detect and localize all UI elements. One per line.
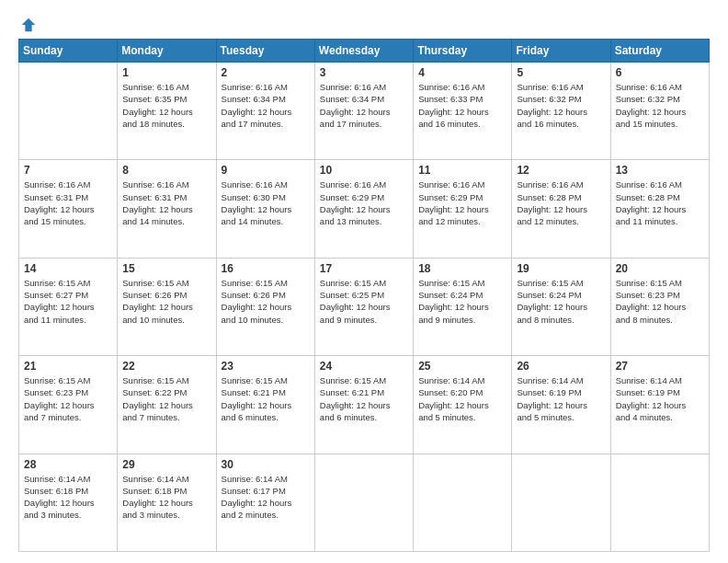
calendar-cell: 2Sunrise: 6:16 AM Sunset: 6:34 PM Daylig… [216,63,314,160]
day-info: Sunrise: 6:16 AM Sunset: 6:34 PM Dayligh… [222,81,310,130]
day-info: Sunrise: 6:14 AM Sunset: 6:19 PM Dayligh… [517,374,605,423]
calendar-cell: 27Sunrise: 6:14 AM Sunset: 6:19 PM Dayli… [610,356,709,454]
day-number: 8 [122,164,210,177]
calendar-cell [314,454,413,551]
day-number: 14 [24,262,112,275]
day-info: Sunrise: 6:16 AM Sunset: 6:31 PM Dayligh… [122,178,210,227]
calendar-cell [512,454,610,551]
calendar-cell: 8Sunrise: 6:16 AM Sunset: 6:31 PM Daylig… [118,160,216,258]
day-info: Sunrise: 6:16 AM Sunset: 6:35 PM Dayligh… [122,81,210,130]
day-info: Sunrise: 6:14 AM Sunset: 6:19 PM Dayligh… [616,374,704,423]
day-info: Sunrise: 6:15 AM Sunset: 6:21 PM Dayligh… [222,374,310,423]
day-info: Sunrise: 6:16 AM Sunset: 6:28 PM Dayligh… [616,178,704,227]
day-number: 24 [320,360,408,373]
calendar-header-friday: Friday [512,40,610,63]
day-info: Sunrise: 6:15 AM Sunset: 6:25 PM Dayligh… [320,277,408,326]
day-info: Sunrise: 6:16 AM Sunset: 6:32 PM Dayligh… [517,81,605,130]
day-number: 12 [517,164,605,177]
day-info: Sunrise: 6:16 AM Sunset: 6:31 PM Dayligh… [24,178,112,227]
calendar-cell: 4Sunrise: 6:16 AM Sunset: 6:33 PM Daylig… [414,63,512,160]
calendar-week-row: 7Sunrise: 6:16 AM Sunset: 6:31 PM Daylig… [19,160,710,258]
day-info: Sunrise: 6:16 AM Sunset: 6:29 PM Dayligh… [418,178,506,227]
day-number: 23 [222,360,310,373]
day-number: 26 [517,360,605,373]
day-number: 22 [122,360,210,373]
calendar-cell [19,63,118,160]
day-info: Sunrise: 6:15 AM Sunset: 6:23 PM Dayligh… [616,277,704,326]
day-number: 2 [222,66,310,79]
calendar-week-row: 21Sunrise: 6:15 AM Sunset: 6:23 PM Dayli… [19,356,710,454]
calendar-cell: 12Sunrise: 6:16 AM Sunset: 6:28 PM Dayli… [512,160,610,258]
calendar-header-wednesday: Wednesday [314,40,413,63]
calendar-cell: 6Sunrise: 6:16 AM Sunset: 6:32 PM Daylig… [610,63,709,160]
calendar-cell: 17Sunrise: 6:15 AM Sunset: 6:25 PM Dayli… [314,258,413,355]
day-info: Sunrise: 6:14 AM Sunset: 6:20 PM Dayligh… [418,374,506,423]
calendar-cell: 14Sunrise: 6:15 AM Sunset: 6:27 PM Dayli… [19,258,118,355]
calendar-cell: 13Sunrise: 6:16 AM Sunset: 6:28 PM Dayli… [610,160,709,258]
calendar-header-saturday: Saturday [610,40,709,63]
day-info: Sunrise: 6:15 AM Sunset: 6:24 PM Dayligh… [517,277,605,326]
day-number: 30 [222,458,310,471]
day-info: Sunrise: 6:15 AM Sunset: 6:21 PM Dayligh… [320,374,408,423]
calendar-cell: 29Sunrise: 6:14 AM Sunset: 6:18 PM Dayli… [118,454,216,551]
day-info: Sunrise: 6:14 AM Sunset: 6:17 PM Dayligh… [222,473,310,522]
day-info: Sunrise: 6:16 AM Sunset: 6:34 PM Dayligh… [320,81,408,130]
calendar-cell: 21Sunrise: 6:15 AM Sunset: 6:23 PM Dayli… [19,356,118,454]
day-info: Sunrise: 6:16 AM Sunset: 6:29 PM Dayligh… [320,178,408,227]
day-info: Sunrise: 6:16 AM Sunset: 6:33 PM Dayligh… [418,81,506,130]
calendar-cell [414,454,512,551]
day-number: 6 [616,66,704,79]
day-number: 21 [24,360,112,373]
page: SundayMondayTuesdayWednesdayThursdayFrid… [0,0,728,563]
calendar-header-tuesday: Tuesday [216,40,314,63]
calendar-cell: 11Sunrise: 6:16 AM Sunset: 6:29 PM Dayli… [414,160,512,258]
day-info: Sunrise: 6:16 AM Sunset: 6:32 PM Dayligh… [616,81,704,130]
calendar-cell [610,454,709,551]
day-number: 3 [320,66,408,79]
day-number: 27 [616,360,704,373]
calendar-cell: 26Sunrise: 6:14 AM Sunset: 6:19 PM Dayli… [512,356,610,454]
calendar-week-row: 1Sunrise: 6:16 AM Sunset: 6:35 PM Daylig… [19,63,710,160]
day-number: 28 [24,458,112,471]
calendar-cell: 5Sunrise: 6:16 AM Sunset: 6:32 PM Daylig… [512,63,610,160]
day-number: 17 [320,262,408,275]
day-number: 16 [222,262,310,275]
calendar-cell: 16Sunrise: 6:15 AM Sunset: 6:26 PM Dayli… [216,258,314,355]
calendar-cell: 19Sunrise: 6:15 AM Sunset: 6:24 PM Dayli… [512,258,610,355]
day-info: Sunrise: 6:15 AM Sunset: 6:26 PM Dayligh… [222,277,310,326]
calendar-cell: 30Sunrise: 6:14 AM Sunset: 6:17 PM Dayli… [216,454,314,551]
calendar-cell: 18Sunrise: 6:15 AM Sunset: 6:24 PM Dayli… [414,258,512,355]
calendar-header-sunday: Sunday [19,40,118,63]
day-number: 4 [418,66,506,79]
header [18,17,710,29]
logo-icon [20,17,37,33]
day-number: 15 [122,262,210,275]
day-number: 9 [222,164,310,177]
day-number: 20 [616,262,704,275]
day-info: Sunrise: 6:15 AM Sunset: 6:27 PM Dayligh… [24,277,112,326]
day-number: 19 [517,262,605,275]
day-number: 10 [320,164,408,177]
day-info: Sunrise: 6:15 AM Sunset: 6:26 PM Dayligh… [122,277,210,326]
calendar-header-monday: Monday [118,40,216,63]
calendar-cell: 23Sunrise: 6:15 AM Sunset: 6:21 PM Dayli… [216,356,314,454]
calendar-cell: 25Sunrise: 6:14 AM Sunset: 6:20 PM Dayli… [414,356,512,454]
calendar-cell: 15Sunrise: 6:15 AM Sunset: 6:26 PM Dayli… [118,258,216,355]
day-info: Sunrise: 6:14 AM Sunset: 6:18 PM Dayligh… [24,473,112,522]
day-info: Sunrise: 6:16 AM Sunset: 6:30 PM Dayligh… [222,178,310,227]
day-info: Sunrise: 6:15 AM Sunset: 6:22 PM Dayligh… [122,374,210,423]
svg-marker-0 [22,18,35,31]
calendar-cell: 20Sunrise: 6:15 AM Sunset: 6:23 PM Dayli… [610,258,709,355]
day-number: 7 [24,164,112,177]
calendar-table: SundayMondayTuesdayWednesdayThursdayFrid… [18,39,710,552]
day-number: 18 [418,262,506,275]
day-info: Sunrise: 6:16 AM Sunset: 6:28 PM Dayligh… [517,178,605,227]
day-number: 5 [517,66,605,79]
calendar-cell: 1Sunrise: 6:16 AM Sunset: 6:35 PM Daylig… [118,63,216,160]
calendar-cell: 28Sunrise: 6:14 AM Sunset: 6:18 PM Dayli… [19,454,118,551]
calendar-week-row: 28Sunrise: 6:14 AM Sunset: 6:18 PM Dayli… [19,454,710,551]
day-number: 13 [616,164,704,177]
calendar-cell: 22Sunrise: 6:15 AM Sunset: 6:22 PM Dayli… [118,356,216,454]
calendar-cell: 24Sunrise: 6:15 AM Sunset: 6:21 PM Dayli… [314,356,413,454]
day-number: 29 [122,458,210,471]
